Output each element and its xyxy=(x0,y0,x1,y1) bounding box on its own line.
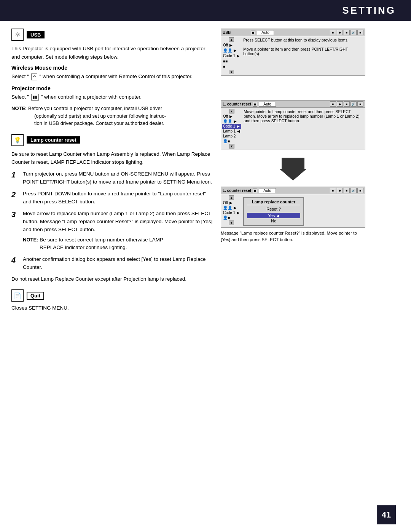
wireless-mouse-section: Wireless Mouse mode Select " ↶ " when co… xyxy=(11,65,213,81)
lamp-panel2-icons: ■ ◆ ■ 🔊 ■ xyxy=(330,188,363,193)
usb-panel-wrapper: USB ■ Auto ■ ◆ ■ 🔊 ■ ▲ xyxy=(221,29,365,77)
lamp-panel2-wrapper: L. counter reset ■ Auto ■ ◆ ■ 🔊 ■ ▲ xyxy=(221,187,365,243)
usb-icon2[interactable]: ◆ xyxy=(337,30,343,35)
usb-label: USB xyxy=(27,31,45,38)
step-1-text: Turn projector on, press MENU button and… xyxy=(23,170,213,186)
lamp1-panel-icon1: ■ xyxy=(253,102,257,107)
lamp2-panel-icon1: ■ xyxy=(253,188,257,193)
wireless-mouse-icon: ↶ xyxy=(31,73,37,80)
usb-icon3[interactable]: ■ xyxy=(344,30,350,35)
step-3-number: 3 xyxy=(11,210,19,219)
step-1-number: 1 xyxy=(11,170,19,179)
lamp-footer-text: Do not reset Lamp Replace Counter except… xyxy=(11,275,213,283)
step-4-text: Another confirmation dialog box appears … xyxy=(23,256,213,272)
lamp2-icon5[interactable]: ■ xyxy=(357,188,363,193)
usb-icon: ⚛ xyxy=(15,31,20,38)
usb-icon5[interactable]: ■ xyxy=(357,30,363,35)
lamp-panel1: L. counter reset ■ Auto ■ ◆ ■ 🔊 ■ ▲ xyxy=(221,100,365,150)
lamp-section-header: 💡 Lamp counter reset xyxy=(11,134,213,146)
usb-menu-item-extra2: ■ xyxy=(222,64,241,69)
lamp1-extra1: Lamp 1 xyxy=(223,129,236,133)
usb-section-header: ⚛ USB xyxy=(11,29,213,41)
lamp1-off-arrow: ▶ xyxy=(229,114,233,118)
usb-menu-item-off: Off ▶ xyxy=(222,43,241,48)
lamp-panel1-wrapper: L. counter reset ■ Auto ■ ◆ ■ 🔊 ■ ▲ xyxy=(221,100,365,152)
step-2: 2 Press POINT DOWN button to move a red … xyxy=(11,190,213,206)
down-arrow[interactable]: ▼ xyxy=(229,70,234,74)
usb-icon4[interactable]: 🔊 xyxy=(350,30,357,35)
no-label: No xyxy=(271,219,276,223)
lamp2-panel-note: Message "Lamp replace counter Reset?" is… xyxy=(221,230,365,243)
lamp2-off-arrow: ▶ xyxy=(229,201,233,205)
lamp1-extra2: Lamp 2 xyxy=(223,134,236,138)
wireless-mouse-heading: Wireless Mouse mode xyxy=(11,65,213,71)
usb-panel-icons: ■ ◆ ■ 🔊 ■ xyxy=(330,30,363,35)
usb-section: ⚛ USB This Projector is equipped with US… xyxy=(11,29,213,127)
up-arrow[interactable]: ▲ xyxy=(229,37,234,42)
lamp2-off-label: Off xyxy=(223,201,228,205)
right-column: USB ■ Auto ■ ◆ ■ 🔊 ■ ▲ xyxy=(221,29,365,316)
off-arrow: ▶ xyxy=(229,43,233,47)
lamp1-menu-code1: Code 1 ▶ xyxy=(222,124,241,129)
lamp-icon-box: 💡 xyxy=(11,134,24,146)
lamp1-code1-label: Code 1 xyxy=(223,124,235,128)
lamp1-up-arrow[interactable]: ▲ xyxy=(229,109,234,113)
projector-mode-heading: Projector mode xyxy=(11,85,213,91)
lamp-description: Be sure to reset Lamp Counter when Lamp … xyxy=(11,150,213,166)
lamp1-icon4[interactable]: 🔊 xyxy=(350,101,357,107)
lamp-panel2-dropdown[interactable]: Auto xyxy=(259,188,276,193)
lamp1-l1-arrow: ◀ xyxy=(237,129,240,133)
lamp-replace-dialog: Lamp replace counter Reset ? Yes ◀ No xyxy=(243,197,304,226)
step-3-note: NOTE: Be sure to reset correct lamp numb… xyxy=(23,236,213,252)
usb-icon-box: ⚛ xyxy=(11,29,24,41)
lamp2-ww-icons: 👤👤 xyxy=(223,206,232,210)
usb-menu-item-code: Code 1 ▶ xyxy=(222,53,241,58)
lamp1-ww-icons: 👤👤 xyxy=(223,119,232,123)
lamp2-panel-content: Lamp replace counter Reset ? Yes ◀ No xyxy=(242,194,365,227)
lamp2-icons2: 👤■ xyxy=(223,216,230,220)
lamp1-icon1[interactable]: ■ xyxy=(330,101,336,107)
dialog-question: Reset ? xyxy=(247,207,300,211)
lamp1-down-arrow[interactable]: ▼ xyxy=(229,144,234,149)
lamp1-icons2: 👤■ xyxy=(223,139,230,143)
lamp2-icon4[interactable]: 🔊 xyxy=(350,188,357,193)
dialog-option-no[interactable]: No xyxy=(247,218,300,224)
lamp-panel1-header: L. counter reset ■ Auto ■ ◆ ■ 🔊 ■ xyxy=(221,101,365,108)
page-header: SETTING xyxy=(0,0,411,21)
usb-icon1[interactable]: ■ xyxy=(330,30,336,35)
projector-mode-text: Select " ▮▮ " when controlling a project… xyxy=(11,93,213,101)
usb-panel-header: USB ■ Auto ■ ◆ ■ 🔊 ■ xyxy=(221,29,365,36)
lamp1-menu-ww: 👤👤 ▶ xyxy=(222,119,241,124)
lamp2-icon2[interactable]: ◆ xyxy=(337,188,343,193)
lamp1-menu-extra2: Lamp 2 xyxy=(222,134,241,139)
note-text-step3: Be sure to reset correct lamp number oth… xyxy=(40,237,163,243)
step-4-number: 4 xyxy=(11,256,19,265)
lamp1-note-text: Move pointer to Lamp counter reset and t… xyxy=(244,109,363,123)
step-3: 3 Move arrow to replaced lamp number (La… xyxy=(11,210,213,252)
lamp2-icon3[interactable]: ■ xyxy=(344,188,350,193)
projector-mode-icon: ▮▮ xyxy=(31,94,39,101)
lamp1-icon5[interactable]: ■ xyxy=(357,101,363,107)
lamp-panel2-header: L. counter reset ■ Auto ■ ◆ ■ 🔊 ■ xyxy=(221,187,365,194)
lamp2-ww-arrow: ▶ xyxy=(234,206,237,210)
lamp-panel1-icons: ■ ◆ ■ 🔊 ■ xyxy=(330,101,363,107)
yes-arrow: ◀ xyxy=(276,214,279,218)
lamp1-menu-rows: Off ▶ 👤👤 ▶ Code 1 ▶ xyxy=(222,114,241,144)
step-1: 1 Turn projector on, press MENU button a… xyxy=(11,170,213,186)
note-indent-usb: (optionally sold parts) and set up compu… xyxy=(34,112,213,127)
lamp1-icon3[interactable]: ■ xyxy=(344,101,350,107)
lamp1-icon2[interactable]: ◆ xyxy=(337,101,343,107)
step-2-number: 2 xyxy=(11,190,19,199)
yes-label: Yes xyxy=(268,213,275,218)
step-2-text: Press POINT DOWN button to move a red fr… xyxy=(23,190,213,206)
lamp-panel1-dropdown[interactable]: Auto xyxy=(259,102,276,107)
usb-panel-dropdown[interactable]: Auto xyxy=(257,30,274,35)
quit-header: 📄 Quit xyxy=(11,289,213,302)
dialog-option-yes[interactable]: Yes ◀ xyxy=(247,213,300,218)
code1-arrow: ▶ xyxy=(237,54,240,58)
lamp2-down-arrow[interactable]: ▼ xyxy=(229,220,234,225)
lamp2-icon1[interactable]: ■ xyxy=(330,188,336,193)
lamp2-menu-code1: Code 1 ▶ xyxy=(222,210,241,215)
left-column: ⚛ USB This Projector is equipped with US… xyxy=(11,29,213,316)
lamp2-up-arrow[interactable]: ▲ xyxy=(229,195,234,200)
